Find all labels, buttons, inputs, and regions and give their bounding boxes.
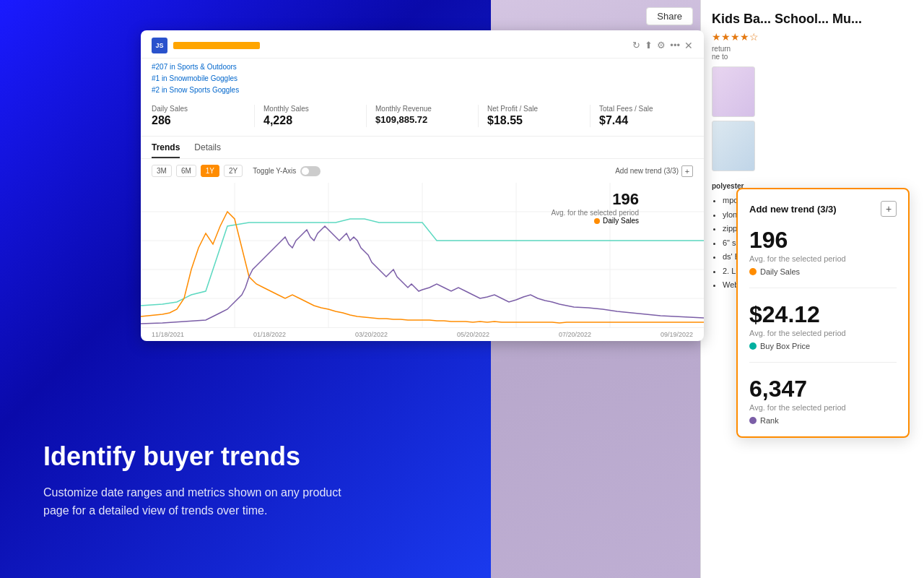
trend-metric-buybox-label: Buy Box Price	[760, 342, 810, 350]
card-tabs: Trends Details	[141, 137, 704, 159]
trend-popup-header: Add new trend (3/3) +	[749, 201, 897, 217]
trend-value-rank: 6,347	[749, 377, 897, 400]
trend-metric-rank-label: Rank	[760, 416, 779, 425]
close-icon[interactable]: ✕	[684, 40, 693, 51]
trend-metric-daily: Daily Sales	[749, 267, 897, 276]
trend-metric-buybox: Buy Box Price	[749, 342, 897, 350]
amazon-stars: ★★★★☆	[701, 31, 924, 43]
stat-value-revenue: $109,885.72	[375, 114, 469, 125]
date-2: 01/18/2022	[253, 331, 286, 338]
share-button[interactable]: Share	[646, 7, 693, 25]
stat-daily-sales: Daily Sales 286	[152, 105, 255, 127]
dot-daily-sales	[594, 218, 600, 224]
js-badge: JS	[152, 38, 167, 53]
stat-value-monthly: 4,228	[263, 114, 357, 127]
chart-area: 196 Avg. for the selected period Daily S…	[141, 183, 704, 327]
date-5: 07/20/2022	[559, 331, 591, 338]
breadcrumb-link-3[interactable]: #2 in Snow Sports Goggles	[152, 86, 239, 94]
bottom-paragraph: Customize date ranges and metrics shown …	[43, 483, 361, 520]
trend-value-buybox: $24.12	[749, 303, 897, 326]
header-icons: ↻ ⬆ ⚙ ••• ✕	[632, 40, 693, 51]
stat-label-daily: Daily Sales	[152, 105, 245, 113]
chart-tooltip: 196 Avg. for the selected period Daily S…	[551, 190, 639, 225]
toggle-y-axis[interactable]	[300, 166, 321, 176]
trend-popup-title: Add new trend (3/3)	[749, 204, 837, 215]
trend-section-daily: 196 Avg. for the selected period Daily S…	[749, 228, 897, 288]
trend-metric-daily-label: Daily Sales	[760, 267, 800, 276]
add-trend-header[interactable]: Add new trend (3/3) +	[615, 165, 693, 177]
dot-orange-icon	[749, 268, 757, 275]
stat-total-fees: Total Fees / Sale $7.44	[599, 105, 693, 127]
trend-avg-rank: Avg. for the selected period	[749, 403, 897, 412]
stat-value-profit: $18.55	[487, 114, 581, 127]
stat-value-fees: $7.44	[599, 114, 693, 127]
period-3m[interactable]: 3M	[152, 165, 172, 177]
stat-value-daily: 286	[152, 114, 245, 127]
chart-tooltip-metric: Daily Sales	[551, 217, 639, 225]
stats-row: Daily Sales 286 Monthly Sales 4,228 Mont…	[141, 98, 704, 137]
settings-icon[interactable]: ⚙	[657, 40, 666, 51]
share-icon[interactable]: ⬆	[645, 40, 653, 51]
bottom-text-section: Identify buyer trends Customize date ran…	[43, 441, 404, 520]
breadcrumb-link-1[interactable]: #207 in Sports & Outdoors	[152, 63, 237, 71]
stat-label-monthly: Monthly Sales	[263, 105, 357, 113]
dot-teal-icon	[749, 342, 757, 350]
trend-value-daily: 196	[749, 228, 897, 251]
period-1y[interactable]: 1Y	[201, 165, 219, 177]
chart-tooltip-value: 196	[551, 190, 639, 209]
amazon-thumbnail-2	[712, 121, 755, 171]
more-icon[interactable]: •••	[670, 40, 680, 51]
dot-purple-icon	[749, 417, 757, 424]
tab-trends[interactable]: Trends	[152, 142, 180, 158]
period-6m[interactable]: 6M	[176, 165, 196, 177]
trend-section-buybox: $24.12 Avg. for the selected period Buy …	[749, 303, 897, 363]
bottom-heading: Identify buyer trends	[43, 441, 404, 472]
date-4: 05/20/2022	[457, 331, 489, 338]
amazon-product-title: Kids Ba... School... Mu...	[701, 0, 924, 31]
date-6: 09/19/2022	[661, 331, 693, 338]
stat-monthly-revenue: Monthly Revenue $109,885.72	[375, 105, 479, 127]
breadcrumb-link-2[interactable]: #1 in Snowmobile Goggles	[152, 74, 237, 82]
date-1: 11/18/2021	[152, 331, 184, 338]
stat-label-profit: Net Profit / Sale	[487, 105, 581, 113]
trend-avg-buybox: Avg. for the selected period	[749, 329, 897, 337]
trend-popup-add-button[interactable]: +	[881, 201, 897, 217]
trend-metric-rank: Rank	[749, 416, 897, 425]
chart-dates: 11/18/2021 01/18/2022 03/20/2022 05/20/2…	[141, 327, 704, 341]
stat-label-fees: Total Fees / Sale	[599, 105, 693, 113]
toggle-label: Toggle Y-Axis	[253, 167, 296, 175]
chart-controls: 3M 6M 1Y 2Y Toggle Y-Axis Add new trend …	[141, 159, 704, 183]
chart-tooltip-label: Avg. for the selected period	[551, 209, 639, 217]
trend-popup: Add new trend (3/3) + 196 Avg. for the s…	[736, 188, 910, 438]
product-card: JS ↻ ⬆ ⚙ ••• ✕ #207 in Sports & Outdoors…	[141, 30, 704, 341]
amazon-return-text: return ne to	[701, 43, 924, 63]
stat-net-profit: Net Profit / Sale $18.55	[487, 105, 590, 127]
stat-monthly-sales: Monthly Sales 4,228	[263, 105, 367, 127]
product-name-bar	[173, 42, 260, 49]
date-3: 03/20/2022	[355, 331, 388, 338]
add-icon[interactable]: +	[681, 165, 693, 177]
chart-tooltip-metric-label: Daily Sales	[603, 217, 639, 225]
tab-details[interactable]: Details	[194, 142, 221, 158]
period-2y[interactable]: 2Y	[224, 165, 243, 177]
refresh-icon[interactable]: ↻	[632, 40, 640, 51]
add-trend-header-label: Add new trend (3/3)	[615, 167, 679, 175]
amazon-thumbnail	[712, 66, 755, 117]
stat-label-revenue: Monthly Revenue	[375, 105, 469, 113]
trend-section-rank: 6,347 Avg. for the selected period Rank	[749, 377, 897, 425]
card-header: JS ↻ ⬆ ⚙ ••• ✕	[141, 30, 704, 59]
trend-avg-daily: Avg. for the selected period	[749, 254, 897, 263]
breadcrumb: #207 in Sports & Outdoors #1 in Snowmobi…	[141, 59, 704, 98]
